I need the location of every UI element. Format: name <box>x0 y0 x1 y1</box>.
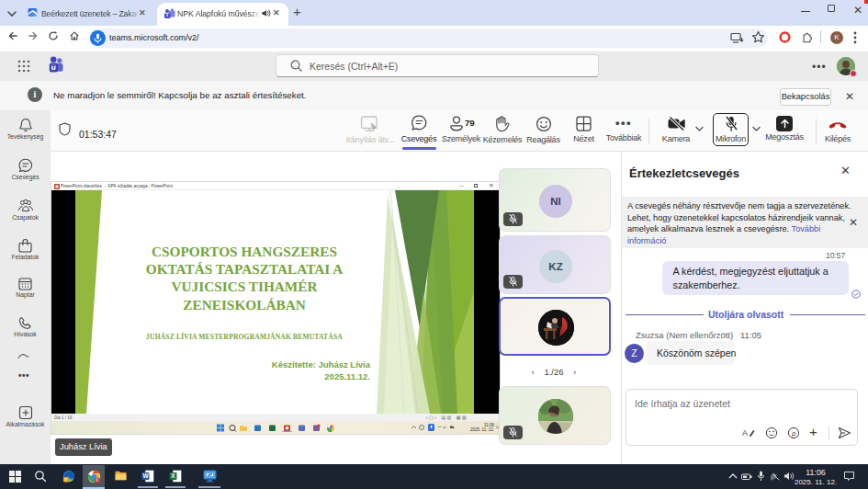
svg-text:W: W <box>142 472 149 479</box>
svg-text:X: X <box>171 472 175 479</box>
svg-text:⍴: ⍴ <box>792 429 796 438</box>
svg-text:A: A <box>742 428 748 438</box>
svg-text:K: K <box>96 478 99 483</box>
svg-text:79: 79 <box>465 118 475 128</box>
